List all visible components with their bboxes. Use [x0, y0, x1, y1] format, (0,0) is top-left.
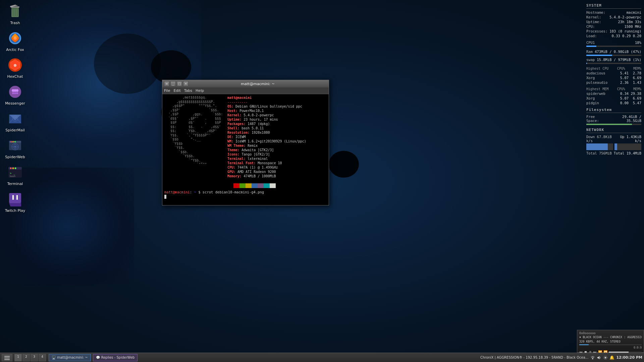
- svg-point-19: [14, 92, 16, 94]
- term-menu-tabs[interactable]: Tabs: [184, 88, 192, 93]
- down-bar-container: [586, 143, 613, 150]
- taskbar-right: ChroniX | AGGRESSION® - 192.95.18.39 - 5…: [479, 355, 644, 360]
- desktop-icon-spidermail[interactable]: SpiderMail: [2, 109, 29, 134]
- taskbar-desktop-3[interactable]: 3: [31, 354, 38, 361]
- terminal-close-btn[interactable]: ✕: [183, 81, 189, 86]
- network-speed-row: Down 67.8KiB k/s Up 1.43KiB k/s: [586, 135, 641, 143]
- kernel-row: Kernel: 5.4.0-2-powerpc: [586, 15, 641, 19]
- nf-icons: Icons: Tango [GTK2/3]: [227, 152, 306, 157]
- swap-progress-fill: [586, 63, 587, 64]
- svg-rect-46: [16, 195, 18, 200]
- mem-proc-pidgin: pidgin 0.00 5.47: [586, 101, 641, 105]
- nf-os: OS: Debian GNU/Linux bullseye/sid ppc: [227, 104, 306, 109]
- taskbar-spiderweb-window-btn[interactable]: 💬 Replies - SpiderWeb: [93, 354, 138, 361]
- tray-icon-network[interactable]: [590, 355, 595, 360]
- terminal-content-area[interactable]: ,met$$$$$gq. ,g$$$$$$$$$$$$$$$P. ,g$$P" …: [162, 94, 329, 205]
- svg-point-20: [16, 92, 18, 94]
- svg-text:bash: bash: [10, 175, 15, 178]
- up-bar-fill: [614, 143, 617, 150]
- svg-rect-49: [4, 358, 10, 358]
- freespace-row: Free Space: 29.4GiB / 35.5GiB: [586, 115, 641, 123]
- nf-resolution: Resolution: 644x362: [227, 130, 306, 135]
- terminal-label: Terminal: [7, 182, 23, 186]
- terminal-window-controls[interactable]: ≡ _ □ ✕: [164, 81, 189, 86]
- cpu-row: CPU: 1500 MHz: [586, 24, 641, 28]
- taskbar-desktop-4[interactable]: 4: [39, 354, 46, 361]
- term-menu-edit[interactable]: Edit: [173, 88, 180, 93]
- nf-cpu: CPU: 7447A (1) @ 1.499GHz: [227, 165, 306, 170]
- blob-5: [329, 151, 359, 178]
- processes-row: Processes: 103 (0 running): [586, 29, 641, 33]
- terminal-menu-btn[interactable]: ≡: [164, 81, 169, 86]
- desktop-icon-terminal[interactable]: > _ bash Terminal: [2, 163, 29, 188]
- terminal-maximize-btn[interactable]: □: [177, 81, 182, 86]
- taskbar-left: 1 2 3 4 🖥️ matt@macmini: ~ 💬 Replies - S…: [0, 354, 139, 361]
- down-speed: Down 67.8KiB k/s: [586, 135, 615, 143]
- taskbar-spiderweb-title: Replies - SpiderWeb: [101, 356, 135, 359]
- svg-rect-44: [9, 193, 21, 203]
- svg-point-17: [16, 89, 18, 92]
- nf-memory: Memory: 474MiB / 1000MiB: [227, 174, 306, 178]
- media-progress-bar: [579, 344, 642, 345]
- tray-icon-notification[interactable]: 🔔: [609, 355, 614, 360]
- tray-icon-volume[interactable]: [596, 355, 602, 360]
- desktop-icon-trash[interactable]: Trash: [2, 2, 29, 27]
- svg-point-30: [12, 141, 14, 142]
- terminal-menubar: File Edit Tabs Help: [162, 87, 329, 94]
- taskbar-terminal-window-btn[interactable]: 🖥️ matt@macmini: ~: [49, 354, 91, 361]
- nf-host: Host: PowerMac10,1: [227, 109, 306, 113]
- ram-row: Ram 473MiB / 0.98GiB (47%): [586, 50, 641, 54]
- svg-point-39: [10, 168, 12, 169]
- svg-point-29: [10, 141, 12, 142]
- network-title: NETWORK: [586, 128, 641, 133]
- highest-mem-section: Highest MEM CPU% MEM% spiderweb 0.34 29.…: [586, 87, 641, 105]
- highest-mem-cols: CPU% MEM%: [617, 87, 641, 91]
- desktop-icon-messenger[interactable]: Messenger: [2, 82, 29, 107]
- neofetch-info: matt@macmini ---------- OS: Debian GNU/L…: [227, 96, 306, 188]
- taskbar-desktop-1[interactable]: 1: [14, 354, 22, 361]
- nf-user-line: matt@macmini: [227, 96, 306, 100]
- desktop-icon-hexchat[interactable]: ⊗ HexChat: [2, 55, 29, 80]
- terminal-minimize-btn[interactable]: _: [170, 81, 176, 86]
- media-time: 0:0:9: [579, 346, 642, 349]
- nf-uptime: Uptime: 23 hours, 17 mins: [227, 117, 306, 122]
- desktop-icon-arctic-fox[interactable]: Arctic Fox: [2, 28, 29, 54]
- taskbar-desktop-2[interactable]: 2: [22, 354, 30, 361]
- cpu-proc-audacious: audacious 5.41 2.78: [586, 71, 641, 75]
- filesystem-title: Filesystem: [586, 108, 641, 113]
- system-monitor-panel: SYSTEM Hostname: macmini Kernel: 5.4.0-2…: [584, 0, 644, 161]
- media-player-widget[interactable]: OoOoooooo ♦ BLACK OCEAN --- CHRONIX : AG…: [577, 330, 644, 353]
- spiderweb-icon: [7, 137, 23, 154]
- taskbar-apps-button[interactable]: [2, 354, 12, 361]
- kernel-label: Kernel:: [586, 15, 601, 19]
- swap-row: swap 15.8MiB / 979MiB (1%): [586, 58, 641, 62]
- taskbar-terminal-icon: 🖥️: [52, 356, 56, 359]
- cpu-label: CPU:: [586, 24, 595, 28]
- load-label: Load:: [586, 34, 597, 38]
- cpu-proc-pulseaudio: pulseaudio 2.36 1.43: [586, 80, 641, 84]
- svg-text:> _: > _: [10, 172, 15, 175]
- desktop-icon-spiderweb[interactable]: SpiderWeb: [2, 136, 29, 161]
- processes-label: Processes:: [586, 29, 607, 33]
- prompt-user: matt@macmini: [164, 190, 190, 194]
- ram-section: Ram 473MiB / 0.98GiB (47%) swap 15.8MiB …: [586, 50, 641, 64]
- uptime-label: Uptime:: [586, 20, 601, 24]
- taskbar-workspace-group: 1 2 3 4: [14, 354, 46, 361]
- cpu1-progress-fill: [586, 46, 596, 47]
- color-block-4: [252, 183, 258, 188]
- tray-icon-settings[interactable]: [603, 355, 608, 360]
- network-totals-row: Total 756MiB Total 19.4MiB: [586, 151, 641, 155]
- desktop-icon-twitch-play[interactable]: Twitch Play: [2, 189, 29, 215]
- uptime-row: Uptime: 23h 18m 33s: [586, 20, 641, 24]
- highest-mem-title: Highest MEM: [586, 87, 608, 91]
- mem-proc-xorg: Xorg 5.07 6.69: [586, 96, 641, 100]
- color-block-0: [227, 183, 233, 188]
- term-menu-file[interactable]: File: [164, 88, 170, 93]
- cpu-value: 1500 MHz: [624, 24, 641, 28]
- load-row: Load: 0.33 0.29 0.20: [586, 34, 641, 38]
- taskbar-spiderweb-icon: 💬: [96, 356, 100, 359]
- terminal-window: ≡ _ □ ✕ matt@macmini: ~ File Edit Tabs H…: [162, 80, 329, 205]
- terminal-cursor: [164, 195, 166, 199]
- term-menu-help[interactable]: Help: [196, 88, 204, 93]
- media-bitrate: 320 KBPS, 44 KHZ, STEREO: [579, 340, 642, 343]
